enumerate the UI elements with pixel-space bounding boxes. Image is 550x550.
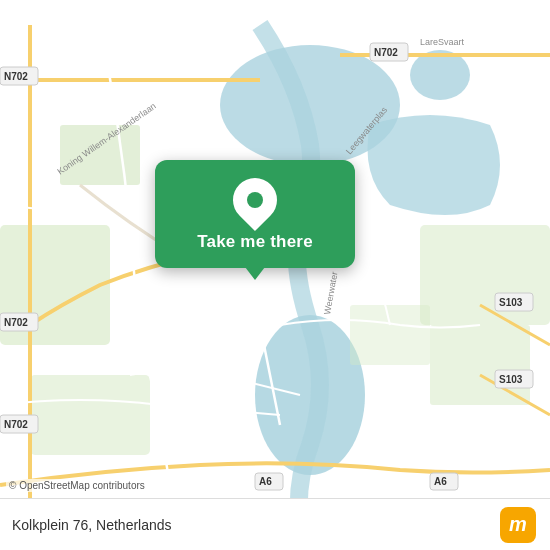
- svg-rect-7: [430, 325, 530, 405]
- button-label: Take me there: [197, 232, 313, 252]
- take-me-there-button[interactable]: Take me there: [155, 160, 355, 268]
- svg-text:LareSvaart: LareSvaart: [420, 37, 465, 47]
- svg-text:S103: S103: [499, 297, 523, 308]
- svg-text:N702: N702: [4, 71, 28, 82]
- svg-text:N702: N702: [4, 419, 28, 430]
- location-pin-icon: [224, 169, 286, 231]
- svg-text:N702: N702: [4, 317, 28, 328]
- svg-text:A6: A6: [434, 476, 447, 487]
- moovit-m-logo: m: [500, 507, 536, 543]
- bottom-bar: Kolkplein 76, Netherlands m: [0, 498, 550, 550]
- svg-point-2: [410, 50, 470, 100]
- svg-text:A6: A6: [259, 476, 272, 487]
- moovit-logo: m: [500, 507, 536, 543]
- svg-rect-8: [60, 125, 140, 185]
- svg-rect-5: [30, 375, 150, 455]
- svg-text:S103: S103: [499, 374, 523, 385]
- copyright-text: © OpenStreetMap contributors: [6, 479, 148, 492]
- svg-rect-6: [350, 305, 430, 365]
- svg-text:N702: N702: [374, 47, 398, 58]
- svg-text:Weerwater: Weerwater: [322, 271, 339, 315]
- map-container: N702 N702 N702 N702 A6 A6 S103 S103 Koni…: [0, 0, 550, 550]
- map-svg: N702 N702 N702 N702 A6 A6 S103 S103 Koni…: [0, 0, 550, 550]
- location-text: Kolkplein 76, Netherlands: [12, 517, 172, 533]
